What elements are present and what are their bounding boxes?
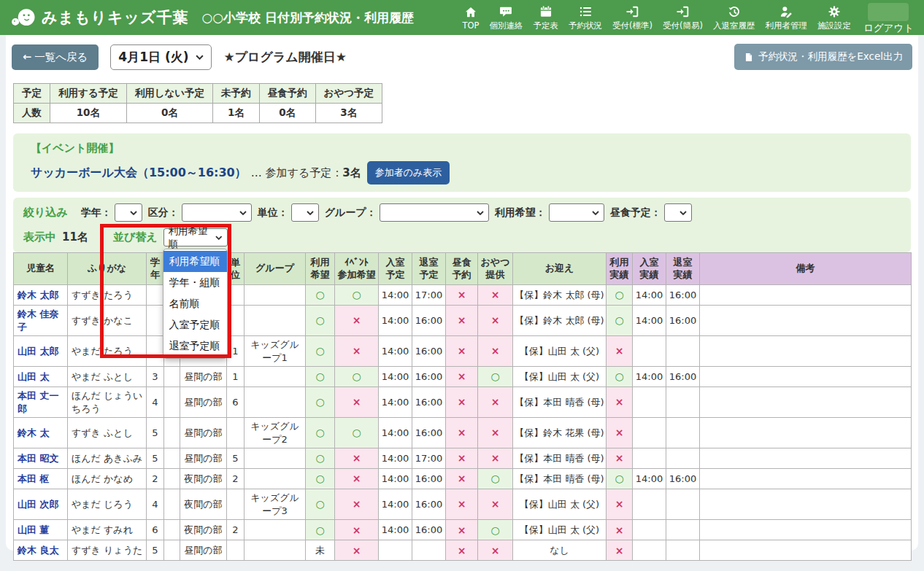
cell-cls bbox=[164, 489, 180, 520]
filter-select-3[interactable] bbox=[380, 203, 489, 222]
column-header-kana: ふりがな bbox=[68, 253, 147, 285]
showing-count: 11名 bbox=[62, 230, 88, 244]
toolbar: ←一覧へ戻る 4月1日 (火) ★プログラム開催日★ 予約状況・利用履歴をExc… bbox=[6, 35, 918, 77]
table-row: 山田 次郎やまだ じろう4夜間の部キッズグループ3○×14:0016:00××【… bbox=[14, 489, 912, 520]
sort-option-入室予定順[interactable]: 入室予定順 bbox=[163, 314, 227, 335]
chat-icon bbox=[498, 4, 513, 20]
filter-select-0[interactable] bbox=[115, 203, 142, 222]
cell-group: キッズグループ3 bbox=[245, 489, 306, 520]
cell-group bbox=[245, 285, 306, 306]
back-button[interactable]: ←一覧へ戻る bbox=[12, 44, 99, 70]
cell-out_act bbox=[666, 520, 700, 540]
cell-in_plan: 14:00 bbox=[379, 306, 412, 336]
cell-event: × bbox=[335, 469, 379, 489]
sort-option-利用希望順[interactable]: 利用希望順 bbox=[163, 251, 227, 272]
cell-result: × bbox=[607, 336, 633, 367]
chevron-down-icon bbox=[239, 211, 247, 215]
nav-item-label: 予約状況 bbox=[569, 20, 602, 31]
cell-name[interactable]: 山田 菫 bbox=[14, 520, 68, 540]
event-participation-text: … 参加する予定： bbox=[251, 166, 342, 180]
logout-button[interactable]: ログアウト bbox=[863, 1, 914, 35]
cell-unit: 1 bbox=[227, 367, 245, 387]
nav-item-予定表[interactable]: 予定表 bbox=[528, 3, 563, 33]
cell-result: × bbox=[607, 540, 633, 561]
nav-item-施設設定[interactable]: 施設設定 bbox=[812, 3, 856, 33]
filter-field: 学年： bbox=[81, 203, 142, 222]
cell-name[interactable]: 鈴木 佳奈子 bbox=[14, 306, 68, 336]
cell-grade bbox=[147, 336, 164, 367]
cell-name[interactable]: 鈴木 太郎 bbox=[14, 285, 68, 306]
cell-unit bbox=[227, 306, 245, 336]
sort-select[interactable]: 利用希望順 利用希望順学年・組順名前順入室予定順退室予定順 bbox=[163, 228, 228, 246]
event-name: サッカーボール大会（15:00～16:30） bbox=[31, 166, 247, 181]
cell-out_plan: 16:00 bbox=[412, 387, 446, 418]
cell-pickup: なし bbox=[513, 540, 607, 561]
cell-grade bbox=[147, 285, 164, 306]
nav-item-label: 予定表 bbox=[533, 20, 558, 31]
filter-select-4[interactable] bbox=[549, 203, 604, 222]
summary-value: 1名 bbox=[213, 104, 260, 123]
nav-item-label: 利用者管理 bbox=[765, 20, 807, 31]
cell-in_act bbox=[633, 418, 666, 448]
filter-select-5[interactable] bbox=[664, 203, 692, 222]
cell-group bbox=[245, 469, 306, 489]
date-select[interactable]: 4月1日 (火) bbox=[110, 44, 212, 70]
cell-group bbox=[245, 520, 306, 540]
cell-name[interactable]: 本田 昭文 bbox=[14, 448, 68, 469]
cell-event: ○ bbox=[335, 367, 379, 387]
cell-unit: 2 bbox=[227, 520, 245, 540]
cell-unit bbox=[227, 489, 245, 520]
cell-name[interactable]: 山田 太 bbox=[14, 367, 68, 387]
event-heading: 【イベント開催】 bbox=[31, 141, 893, 155]
nav-item-利用者管理[interactable]: 利用者管理 bbox=[760, 3, 812, 33]
chevron-down-icon bbox=[592, 211, 599, 215]
cell-snack: × bbox=[478, 489, 513, 520]
excel-export-button[interactable]: 予約状況・利用履歴をExcel出力 bbox=[734, 44, 912, 70]
nav-item-受付(簡易)[interactable]: 受付(簡易) bbox=[658, 3, 708, 33]
cell-event: × bbox=[335, 448, 379, 469]
program-day-label: ★プログラム開催日★ bbox=[223, 49, 346, 66]
cell-out_plan: 16:00 bbox=[412, 469, 446, 489]
cell-cls bbox=[164, 367, 180, 387]
cell-name[interactable]: 鈴木 太 bbox=[14, 418, 68, 448]
cell-group bbox=[245, 448, 306, 469]
content-card: ←一覧へ戻る 4月1日 (火) ★プログラム開催日★ 予約状況・利用履歴をExc… bbox=[6, 35, 918, 551]
page-title: ○○小学校 日付別予約状況・利用履歴 bbox=[201, 9, 414, 26]
cell-out_act bbox=[666, 540, 700, 561]
filter-field-label: 単位： bbox=[258, 206, 288, 220]
nav-item-受付(標準)[interactable]: 受付(標準) bbox=[607, 3, 658, 33]
event-box: 【イベント開催】 サッカーボール大会（15:00～16:30） … 参加する予定… bbox=[13, 133, 911, 192]
cell-name[interactable]: 山田 次郎 bbox=[14, 489, 68, 520]
filter-select-2[interactable] bbox=[291, 203, 319, 222]
nav-item-label: 施設設定 bbox=[817, 20, 851, 31]
nav-item-入退室履歴[interactable]: 入退室履歴 bbox=[708, 3, 761, 33]
signin-icon bbox=[625, 4, 639, 20]
sort-select-value: 利用希望順 bbox=[169, 225, 215, 251]
cell-note bbox=[700, 367, 912, 387]
nav-item-予約状況[interactable]: 予約状況 bbox=[563, 3, 607, 33]
column-header-out_act: 退室 実績 bbox=[666, 253, 700, 285]
cell-in_plan: 14:00 bbox=[379, 387, 412, 418]
cell-in_plan: 14:00 bbox=[379, 448, 412, 469]
cell-unit bbox=[227, 540, 245, 561]
sort-option-学年・組順[interactable]: 学年・組順 bbox=[163, 272, 227, 293]
sort-option-退室予定順[interactable]: 退室予定順 bbox=[163, 335, 227, 357]
participants-only-button[interactable]: 参加者のみ表示 bbox=[367, 161, 450, 184]
cell-lunch: × bbox=[446, 469, 478, 489]
chevron-down-icon bbox=[679, 211, 687, 215]
cell-name[interactable]: 本田 枢 bbox=[14, 469, 68, 489]
nav-item-TOP[interactable]: TOP bbox=[457, 3, 484, 32]
cell-note bbox=[700, 489, 912, 520]
cell-pickup: 【保】鈴木 太郎 (母) bbox=[513, 306, 607, 336]
summary-header: 利用する予定 bbox=[50, 84, 127, 104]
nav-item-個別連絡[interactable]: 個別連絡 bbox=[484, 3, 528, 33]
brand-name: みまもりキッズ千葉 bbox=[42, 7, 188, 28]
cell-name[interactable]: 本田 丈一郎 bbox=[14, 387, 68, 418]
cell-in_act bbox=[633, 489, 666, 520]
cell-in_plan: 14:00 bbox=[379, 469, 412, 489]
sort-option-名前順[interactable]: 名前順 bbox=[163, 293, 227, 314]
cell-name[interactable]: 鈴木 良太 bbox=[14, 540, 68, 561]
cell-name[interactable]: 山田 太郎 bbox=[14, 336, 68, 367]
filter-select-1[interactable] bbox=[182, 203, 252, 222]
cell-riyou: ○ bbox=[306, 285, 335, 306]
